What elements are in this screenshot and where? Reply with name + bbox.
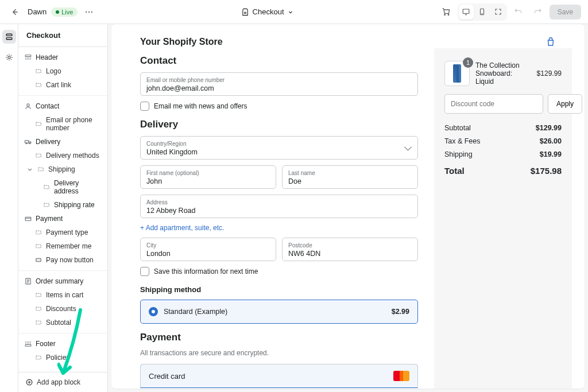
fullscreen-view-button[interactable] bbox=[491, 5, 506, 20]
delivery-title: Delivery bbox=[140, 119, 418, 130]
address-field[interactable]: Address 12 Abbey Road bbox=[140, 195, 418, 218]
svg-rect-29 bbox=[36, 307, 41, 311]
firstname-field[interactable]: First name (optional) John bbox=[140, 165, 276, 189]
svg-rect-18 bbox=[36, 154, 41, 157]
cart-preview-icon[interactable] bbox=[438, 4, 454, 20]
redo-button[interactable] bbox=[530, 4, 546, 20]
svg-point-13 bbox=[27, 104, 29, 106]
page-name: Checkout bbox=[253, 7, 284, 16]
preview-area: Your Shopify Store Contact Email or mobi… bbox=[108, 24, 588, 392]
news-checkbox[interactable]: Email me with news and offers bbox=[140, 102, 418, 111]
exit-button[interactable] bbox=[7, 4, 23, 20]
block-cart-link[interactable]: Cart link bbox=[18, 78, 107, 92]
section-order-summary[interactable]: Order summary bbox=[18, 274, 107, 288]
block-email[interactable]: Email or phone number bbox=[18, 113, 107, 135]
live-badge: Live bbox=[51, 7, 78, 17]
block-items-in-cart[interactable]: Items in cart bbox=[18, 288, 107, 302]
contact-title: Contact bbox=[140, 55, 418, 67]
tax-row: Tax & Fees $26.00 bbox=[444, 137, 562, 145]
postcode-field[interactable]: Postcode NW6 4DN bbox=[282, 238, 418, 261]
svg-rect-19 bbox=[38, 168, 43, 171]
topbar: Dawn Live Checkout bbox=[0, 0, 588, 24]
bag-icon[interactable] bbox=[546, 37, 556, 47]
page-selector[interactable]: Checkout bbox=[237, 5, 298, 18]
total-row: Total $175.98 bbox=[444, 166, 562, 176]
sections-tab-icon[interactable] bbox=[2, 30, 16, 44]
svg-rect-31 bbox=[25, 344, 31, 346]
shipping-method-title: Shipping method bbox=[140, 285, 418, 294]
block-policies[interactable]: Policies bbox=[18, 351, 107, 364]
mobile-view-button[interactable] bbox=[475, 5, 490, 20]
device-toggle bbox=[458, 3, 507, 21]
block-payment-type[interactable]: Payment type bbox=[18, 226, 107, 239]
svg-rect-8 bbox=[6, 38, 12, 40]
section-payment[interactable]: Payment bbox=[18, 212, 107, 226]
block-remember-me[interactable]: Remember me bbox=[18, 239, 107, 253]
block-shipping[interactable]: Shipping bbox=[18, 162, 107, 176]
country-select[interactable]: Country/Region United Kingdom bbox=[140, 136, 418, 160]
theme-name: Dawn bbox=[28, 7, 47, 16]
svg-point-1 bbox=[88, 11, 90, 12]
desktop-view-button[interactable] bbox=[459, 5, 474, 20]
svg-point-0 bbox=[86, 11, 87, 12]
more-button[interactable] bbox=[82, 5, 96, 19]
left-rail bbox=[0, 24, 18, 392]
payment-subtitle: All transactions are secure and encrypte… bbox=[140, 349, 418, 357]
sidebar-title: Checkout bbox=[18, 24, 107, 47]
svg-rect-28 bbox=[36, 293, 41, 297]
add-app-block-button[interactable]: Add app block bbox=[18, 372, 107, 392]
apply-button[interactable]: Apply bbox=[548, 94, 582, 114]
svg-rect-10 bbox=[25, 55, 31, 57]
svg-rect-4 bbox=[463, 9, 469, 14]
svg-point-17 bbox=[29, 143, 30, 144]
block-logo[interactable]: Logo bbox=[18, 64, 107, 78]
shipping-option[interactable]: Standard (Example) $2.99 bbox=[140, 300, 418, 324]
discount-input[interactable] bbox=[444, 94, 543, 114]
save-button[interactable]: Save bbox=[550, 5, 581, 20]
sidebar: Checkout Header Logo Cart link bbox=[18, 24, 108, 392]
section-header[interactable]: Header bbox=[18, 51, 107, 64]
email-field[interactable]: Email or mobile phone number john.doe@em… bbox=[140, 72, 418, 96]
block-subtotal[interactable]: Subtotal bbox=[18, 316, 107, 329]
svg-rect-7 bbox=[6, 34, 12, 36]
mastercard-icon bbox=[393, 371, 409, 381]
svg-rect-12 bbox=[36, 83, 41, 87]
block-delivery-address[interactable]: Delivery address bbox=[18, 176, 107, 198]
block-delivery-methods[interactable]: Delivery methods bbox=[18, 149, 107, 162]
city-field[interactable]: City London bbox=[140, 238, 276, 261]
svg-rect-24 bbox=[36, 244, 41, 248]
svg-point-16 bbox=[26, 143, 27, 144]
settings-tab-icon[interactable] bbox=[2, 51, 16, 64]
header-section-group: Header Logo Cart link bbox=[18, 47, 107, 96]
section-contact[interactable]: Contact bbox=[18, 99, 107, 113]
block-discounts[interactable]: Discounts bbox=[18, 302, 107, 316]
svg-rect-30 bbox=[36, 321, 41, 324]
block-pay-now[interactable]: Pay now button bbox=[18, 253, 107, 267]
qty-badge: 1 bbox=[463, 57, 473, 68]
preview-frame[interactable]: Your Shopify Store Contact Email or mobi… bbox=[111, 24, 585, 389]
lastname-field[interactable]: Last name Doe bbox=[282, 165, 418, 189]
svg-rect-21 bbox=[44, 203, 49, 207]
svg-rect-14 bbox=[36, 122, 41, 126]
footer-section-group: Footer Policies bbox=[18, 333, 107, 368]
svg-rect-32 bbox=[36, 356, 41, 359]
svg-point-9 bbox=[8, 56, 10, 59]
svg-point-6 bbox=[482, 14, 482, 14]
svg-point-2 bbox=[91, 11, 92, 12]
summary-section-group: Order summary Items in cart Discounts Su… bbox=[18, 271, 107, 333]
order-summary: 1 The Collection Snowboard: Liquid $129.… bbox=[434, 48, 572, 389]
svg-rect-11 bbox=[36, 69, 41, 73]
svg-point-3 bbox=[244, 12, 246, 14]
credit-card-header[interactable]: Credit card bbox=[140, 364, 418, 388]
undo-button[interactable] bbox=[510, 4, 527, 20]
block-shipping-rate[interactable]: Shipping rate bbox=[18, 198, 107, 212]
save-info-checkbox[interactable]: Save this information for next time bbox=[140, 267, 418, 276]
section-footer[interactable]: Footer bbox=[18, 337, 107, 351]
payment-card: Credit card Card number bbox=[140, 364, 418, 389]
add-apartment-link[interactable]: + Add apartment, suite, etc. bbox=[140, 224, 224, 232]
radio-on-icon bbox=[149, 307, 158, 316]
section-delivery[interactable]: Delivery bbox=[18, 135, 107, 149]
shipping-row: Shipping $19.99 bbox=[444, 150, 562, 158]
information-section-group: Contact Email or phone number Delivery D… bbox=[18, 96, 107, 271]
payment-title: Payment bbox=[140, 332, 418, 343]
